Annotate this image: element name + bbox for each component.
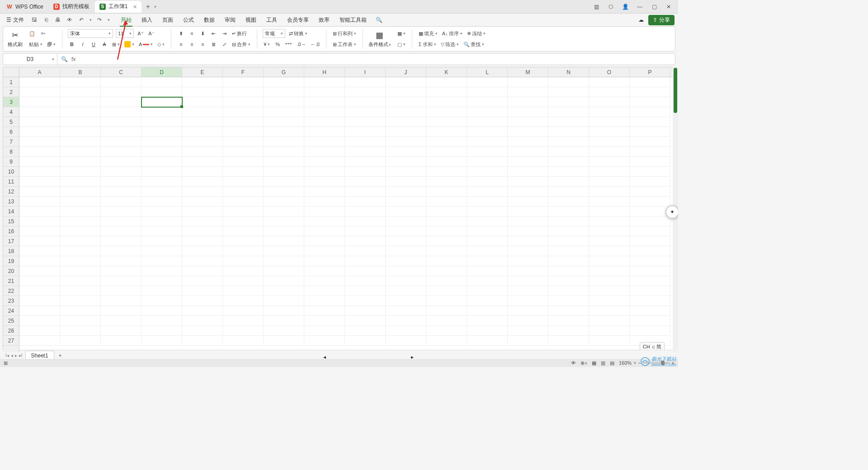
cell[interactable] bbox=[101, 207, 142, 216]
cell[interactable] bbox=[223, 87, 264, 97]
cell[interactable] bbox=[182, 236, 223, 246]
export-icon[interactable]: ⎗ bbox=[42, 16, 50, 24]
row-header[interactable]: 14 bbox=[3, 207, 19, 216]
cell[interactable] bbox=[467, 266, 508, 276]
sheet-nav-first[interactable]: I◂ bbox=[5, 353, 9, 358]
cell[interactable] bbox=[467, 336, 508, 346]
cell[interactable] bbox=[304, 246, 345, 256]
copy-icon[interactable]: 📋 bbox=[28, 29, 36, 38]
cell[interactable] bbox=[467, 77, 508, 87]
cell[interactable] bbox=[386, 77, 426, 87]
cell[interactable] bbox=[426, 177, 467, 187]
cell[interactable] bbox=[508, 87, 548, 97]
decimal-dec-icon[interactable]: ←.0 bbox=[310, 40, 321, 49]
align-center-icon[interactable]: ≡ bbox=[188, 40, 196, 49]
cell[interactable] bbox=[223, 266, 264, 276]
cell[interactable] bbox=[630, 87, 670, 97]
cell[interactable] bbox=[548, 306, 589, 316]
cell[interactable] bbox=[589, 246, 630, 256]
cell[interactable] bbox=[386, 216, 426, 226]
cell[interactable] bbox=[386, 226, 426, 236]
cell[interactable] bbox=[60, 177, 101, 187]
cell[interactable] bbox=[223, 107, 264, 117]
cell[interactable] bbox=[386, 157, 426, 167]
cell[interactable] bbox=[630, 266, 670, 276]
cell[interactable] bbox=[345, 246, 386, 256]
tab-member[interactable]: 会员专享 bbox=[286, 14, 310, 26]
cell[interactable] bbox=[508, 177, 548, 187]
cell[interactable] bbox=[589, 207, 630, 216]
cell[interactable] bbox=[142, 207, 182, 216]
tab-view[interactable]: 视图 bbox=[245, 14, 257, 26]
float-assist-button[interactable]: ✦ bbox=[665, 205, 678, 219]
cell[interactable] bbox=[589, 266, 630, 276]
cell[interactable] bbox=[264, 306, 304, 316]
cell[interactable] bbox=[304, 236, 345, 246]
cell[interactable] bbox=[223, 147, 264, 157]
cell[interactable] bbox=[386, 117, 426, 127]
cell[interactable] bbox=[101, 326, 142, 336]
cell[interactable] bbox=[467, 207, 508, 216]
cell[interactable] bbox=[182, 107, 223, 117]
cell[interactable] bbox=[426, 226, 467, 236]
cell[interactable] bbox=[426, 336, 467, 346]
cell[interactable] bbox=[182, 266, 223, 276]
cell[interactable] bbox=[182, 326, 223, 336]
wrap-button[interactable]: ↵换行 bbox=[231, 29, 248, 38]
cell[interactable] bbox=[142, 87, 182, 97]
cell[interactable] bbox=[548, 177, 589, 187]
cell[interactable] bbox=[19, 197, 60, 207]
cell[interactable] bbox=[508, 266, 548, 276]
cell[interactable] bbox=[60, 107, 101, 117]
cell[interactable] bbox=[182, 187, 223, 197]
cell[interactable] bbox=[101, 77, 142, 87]
row-header[interactable]: 4 bbox=[3, 107, 19, 117]
cell[interactable] bbox=[182, 306, 223, 316]
cell[interactable] bbox=[345, 157, 386, 167]
cell[interactable] bbox=[223, 207, 264, 216]
preview-icon[interactable]: 👁 bbox=[66, 16, 74, 24]
cell[interactable] bbox=[142, 117, 182, 127]
share-button[interactable]: ⇪ 分享 bbox=[648, 15, 675, 25]
cell[interactable] bbox=[264, 326, 304, 336]
cell[interactable] bbox=[589, 167, 630, 177]
cell[interactable] bbox=[508, 236, 548, 246]
cell[interactable] bbox=[548, 187, 589, 197]
cell[interactable] bbox=[630, 97, 670, 107]
cell[interactable] bbox=[345, 306, 386, 316]
sheet-nav-next[interactable]: ▸ bbox=[15, 353, 17, 358]
cell[interactable] bbox=[589, 87, 630, 97]
cell[interactable] bbox=[345, 197, 386, 207]
worksheet-button[interactable]: ⊞工作表▾ bbox=[332, 40, 357, 49]
cell[interactable] bbox=[426, 107, 467, 117]
cell[interactable] bbox=[589, 276, 630, 286]
column-header[interactable]: C bbox=[101, 67, 142, 77]
cell[interactable] bbox=[19, 286, 60, 296]
cell[interactable] bbox=[142, 266, 182, 276]
cell[interactable] bbox=[345, 177, 386, 187]
tab-smart[interactable]: 智能工具箱 bbox=[339, 14, 368, 26]
cell[interactable] bbox=[589, 77, 630, 87]
cell[interactable] bbox=[223, 77, 264, 87]
cell[interactable] bbox=[142, 197, 182, 207]
cell[interactable] bbox=[223, 226, 264, 236]
cell[interactable] bbox=[630, 286, 670, 296]
cell[interactable] bbox=[101, 137, 142, 147]
cell[interactable] bbox=[508, 256, 548, 266]
cell[interactable] bbox=[182, 216, 223, 226]
cell[interactable] bbox=[304, 197, 345, 207]
cell[interactable] bbox=[60, 157, 101, 167]
cell[interactable] bbox=[345, 256, 386, 266]
cell[interactable] bbox=[264, 77, 304, 87]
border-button[interactable]: ⊞▾ bbox=[111, 40, 121, 49]
cell[interactable] bbox=[264, 216, 304, 226]
row-header[interactable]: 8 bbox=[3, 147, 19, 157]
cell[interactable] bbox=[182, 296, 223, 306]
cell[interactable] bbox=[589, 147, 630, 157]
row-header[interactable]: 18 bbox=[3, 246, 19, 256]
horizontal-scrollbar[interactable]: ◂ ▸ bbox=[66, 354, 671, 357]
cell[interactable] bbox=[426, 286, 467, 296]
tab-workbook[interactable]: S 工作簿1 × bbox=[95, 1, 142, 13]
cell[interactable] bbox=[264, 117, 304, 127]
convert-button[interactable]: ⇄转换▾ bbox=[288, 29, 308, 38]
